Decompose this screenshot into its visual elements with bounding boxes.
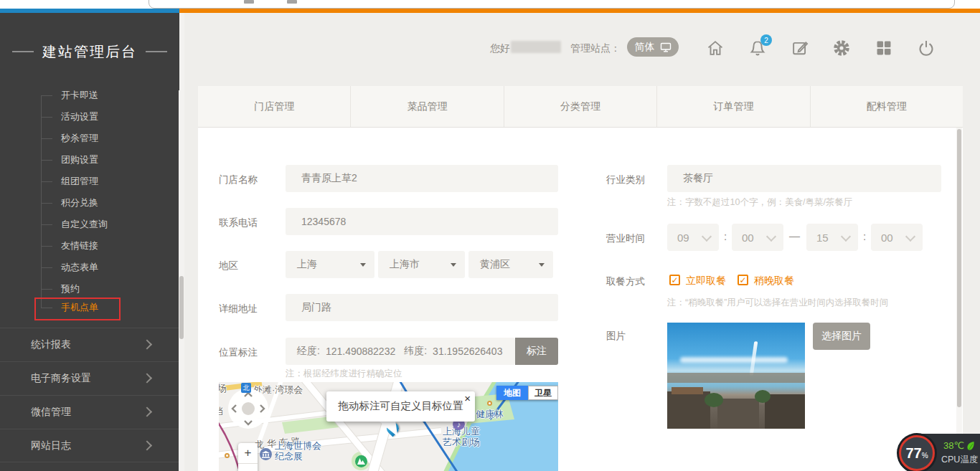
position-label: 位置标注 — [219, 346, 258, 359]
tab-order-management[interactable]: 订单管理 — [657, 86, 810, 127]
language-switch-button[interactable]: 简体 — [627, 37, 679, 57]
sidebar-item-huodong-shezhi[interactable]: 活动设置 — [0, 106, 179, 128]
chevron-right-icon — [142, 373, 152, 383]
map-type-toggle: 地图 卫星 — [496, 386, 558, 400]
chevron-right-icon — [142, 440, 152, 450]
tab-store-management[interactable]: 门店管理 — [198, 86, 351, 127]
cpu-temp-value: 38℃ — [943, 440, 964, 451]
sidebar-item-tuangou-shezhi[interactable]: 团购设置 — [0, 149, 179, 171]
sidebar-sections: 统计报表 电子商务设置 微信管理 网站日志 — [0, 328, 179, 462]
pickup-now-checkbox[interactable]: ✓ — [669, 275, 680, 285]
photo-tree — [755, 390, 771, 403]
industry-input[interactable]: 茶餐厅 — [667, 165, 941, 192]
redacted-username — [511, 41, 561, 53]
section-label: 网站日志 — [31, 439, 71, 452]
edit-icon[interactable] — [791, 39, 809, 57]
sidebar-item-zidingyi-chaxun[interactable]: 自定义查询 — [0, 214, 179, 235]
map-mode-button[interactable]: 地图 — [496, 386, 528, 400]
title-dash-left — [12, 51, 34, 52]
image-label: 图片 — [606, 330, 626, 343]
content-scrollbar-thumb[interactable] — [957, 129, 961, 407]
section-label: 统计报表 — [31, 338, 71, 351]
bubble-text: 拖动标注可自定义目标位置 — [326, 399, 475, 413]
satellite-mode-button[interactable]: 卫星 — [528, 386, 558, 400]
bubble-close-icon[interactable]: × — [464, 392, 471, 404]
region-label: 地区 — [219, 260, 238, 272]
store-photo-thumbnail — [667, 323, 805, 429]
sidebar-scrollbar-thumb[interactable] — [179, 276, 184, 339]
photo-cloud — [680, 357, 788, 363]
section-label: 微信管理 — [31, 406, 71, 419]
close-minute-select[interactable]: 00 — [871, 224, 923, 251]
mark-position-button[interactable]: 标注 — [515, 338, 558, 365]
sidebar-item-youqing-lianjie[interactable]: 友情链接 — [0, 235, 179, 257]
sidebar-section-tongji-baobiao[interactable]: 统计报表 — [0, 328, 179, 361]
photo-building — [667, 391, 710, 429]
zoom-out-button[interactable]: − — [238, 464, 258, 471]
map-label-clipped-top: 场 — [219, 382, 227, 395]
province-value: 上海 — [297, 258, 317, 271]
sidebar-title-block: 建站管理后台 — [0, 13, 179, 90]
phone-label: 联系电话 — [219, 217, 258, 229]
cpu-percent-unit: % — [922, 452, 928, 460]
power-logout-icon[interactable] — [917, 39, 936, 57]
cpu-usage-gauge: 77 % — [899, 435, 935, 471]
section-label: 电子商务设置 — [31, 372, 91, 385]
open-minute-value: 00 — [742, 232, 754, 244]
sidebar-section-weixin-guanli[interactable]: 微信管理 — [0, 395, 179, 429]
close-minute-value: 00 — [881, 232, 893, 244]
tab-ingredient-management[interactable]: 配料管理 — [811, 86, 963, 127]
district-value: 黄浦区 — [480, 258, 510, 271]
map-label-clipped-left: 挡 — [219, 405, 223, 418]
apps-grid-icon[interactable] — [875, 39, 893, 57]
district-select[interactable]: 黄浦区 — [468, 251, 553, 278]
choose-image-button[interactable]: 选择图片 — [813, 323, 870, 350]
sidebar-item-jifen-duihuan[interactable]: 积分兑换 — [0, 192, 179, 214]
pickup-label: 取餐方式 — [606, 275, 645, 288]
map-label-theater-line2: 艺术剧场 — [443, 437, 480, 447]
tab-category-management[interactable]: 分类管理 — [504, 86, 657, 127]
settings-gear-icon[interactable] — [832, 39, 851, 57]
pickup-now-label[interactable]: 立即取餐 — [686, 275, 726, 287]
province-select[interactable]: 上海 — [286, 251, 374, 278]
browser-icon-fragment — [244, 0, 254, 4]
map-label-expo-line1: 上海世博会 — [275, 441, 321, 451]
store-name-input[interactable]: 青青原上草2 — [286, 165, 558, 192]
pickup-later-label[interactable]: 稍晚取餐 — [754, 275, 794, 287]
pickup-later-checkbox[interactable]: ✓ — [738, 275, 748, 285]
lat-value: 31.1952626403 — [433, 346, 502, 357]
photo-building — [717, 399, 759, 429]
greeting-text: 您好 — [490, 42, 510, 55]
cpu-percent-value: 77 — [905, 445, 921, 462]
zoom-in-button[interactable]: + — [238, 443, 258, 464]
open-hour-select[interactable]: 09 — [667, 224, 719, 251]
address-input[interactable]: 局门路 — [286, 294, 558, 321]
map-zoom-control: + − — [238, 443, 258, 471]
cpu-temperature-widget: 77 % 38℃ CPU温度 — [897, 434, 980, 471]
content-accent-bar — [179, 9, 980, 13]
chevron-down-icon — [702, 232, 712, 242]
position-hint: 注：根据经纬度进行精确定位 — [286, 368, 402, 380]
browser-icon-fragment — [287, 0, 297, 4]
language-label: 简体 — [635, 41, 655, 54]
home-icon[interactable] — [706, 39, 725, 57]
sidebar-section-dianzi-shangwu[interactable]: 电子商务设置 — [0, 361, 179, 395]
phone-input[interactable]: 12345678 — [286, 208, 558, 235]
sidebar-item-miaosha-guanli[interactable]: 秒杀管理 — [0, 128, 179, 149]
store-name-label: 门店名称 — [219, 173, 258, 186]
tab-dish-management[interactable]: 菜品管理 — [351, 86, 504, 127]
map-pan-compass[interactable] — [227, 388, 269, 429]
open-hour-value: 09 — [677, 232, 689, 244]
sidebar-scrollbar-track[interactable] — [179, 13, 184, 471]
sidebar-item-dongtai-biaodan[interactable]: 动态表单 — [0, 257, 179, 278]
sidebar-item-zutuan-guanli[interactable]: 组团管理 — [0, 171, 179, 192]
dropdown-arrow-icon — [360, 263, 366, 267]
location-map[interactable]: 场 挡 外滩·湾璟会 龙华东路 上海世博会 纪念展 上海儿童 艺术剧场 健康林 … — [219, 382, 558, 471]
close-hour-select[interactable]: 15 — [806, 224, 858, 251]
photo-skyline — [667, 373, 805, 383]
sidebar-section-wangzhan-rizhi[interactable]: 网站日志 — [0, 429, 179, 462]
dropdown-arrow-icon — [451, 263, 456, 267]
open-minute-select[interactable]: 00 — [732, 224, 783, 251]
position-coords-box[interactable]: 经度: 121.490882232 纬度: 31.1952626403 — [286, 338, 515, 365]
city-select[interactable]: 上海市 — [378, 251, 465, 278]
